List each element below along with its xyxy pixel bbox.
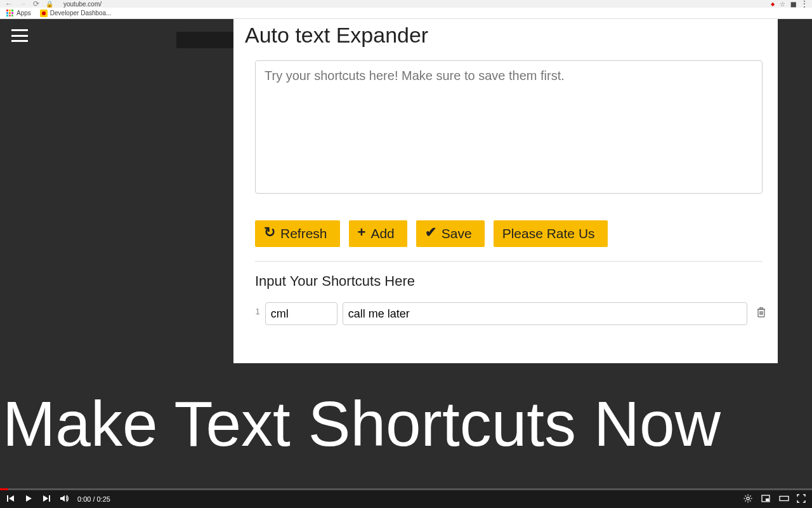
theater-icon[interactable] [779,494,788,504]
browser-menu-icon[interactable]: ⋮ [801,0,808,8]
bookmark-star-icon[interactable]: ☆ [780,1,785,8]
svg-marker-9 [43,495,48,502]
next-icon[interactable] [42,494,51,504]
url-text[interactable]: youtube.com/ [63,1,102,8]
svg-rect-22 [766,498,769,501]
refresh-button[interactable]: ↻ Refresh [255,220,340,247]
svg-line-19 [745,500,746,501]
bookmark-label: Developer Dashboa... [50,10,112,17]
row-number: 1 [252,307,260,316]
svg-rect-5 [760,307,763,309]
try-shortcuts-textarea[interactable] [255,60,763,194]
shortcut-expansion-input[interactable] [343,302,747,325]
promo-text: Make Text Shortcuts Now [0,387,812,460]
hamburger-menu-icon[interactable] [11,29,28,42]
svg-line-20 [750,496,750,497]
svg-rect-10 [49,495,50,502]
plus-icon: + [358,224,366,241]
save-button[interactable]: ✔ Save [416,220,485,247]
apps-label: Apps [16,10,31,17]
rate-label: Please Rate Us [502,226,595,241]
forward-arrow-icon: → [19,0,27,8]
divider [255,261,763,262]
shortcut-row: 1 [252,302,766,325]
play-icon[interactable] [24,494,33,504]
prev-icon[interactable] [6,494,15,504]
refresh-label: Refresh [280,226,327,241]
dark-strip [176,32,233,48]
pause-icon[interactable]: ▮▮ [790,1,796,8]
button-row: ↻ Refresh + Add ✔ Save Please Rate Us [255,220,766,247]
svg-marker-7 [9,495,14,502]
fullscreen-icon[interactable] [797,494,806,504]
svg-line-18 [750,500,750,501]
shortcuts-subheading: Input Your Shortcuts Here [255,273,766,290]
svg-rect-23 [780,497,789,501]
add-button[interactable]: + Add [349,220,407,247]
svg-line-17 [745,496,746,497]
lock-icon: 🔒 [46,1,53,8]
svg-rect-6 [7,495,8,502]
save-label: Save [442,226,472,241]
extension-icon[interactable]: ◆ [771,1,775,7]
volume-icon[interactable] [60,494,69,504]
add-label: Add [370,226,394,241]
chrome-store-icon [40,10,48,17]
apps-button[interactable]: Apps [6,10,31,17]
miniplayer-icon[interactable] [761,494,770,504]
video-player-region: Auto text Expander ↻ Refresh + Add ✔ Sav… [0,19,812,508]
svg-marker-8 [26,495,32,502]
back-arrow-icon[interactable]: ← [5,0,13,8]
apps-grid-icon [6,10,14,17]
video-controls: 0:00 / 0:25 [0,490,812,508]
browser-right-icons: ◆ ☆ ▮▮ ⋮ [771,0,808,8]
bookmark-developer-dashboard[interactable]: Developer Dashboa... [40,10,112,17]
shortcut-key-input[interactable] [265,302,337,325]
trash-icon[interactable] [756,307,766,321]
browser-toolbar: ← → ⟳ 🔒 youtube.com/ ◆ ☆ ▮▮ ⋮ [0,0,812,8]
bookmarks-bar: Apps Developer Dashboa... [0,8,812,19]
svg-marker-11 [60,495,65,502]
reload-icon[interactable]: ⟳ [33,0,39,8]
extension-popup: Auto text Expander ↻ Refresh + Add ✔ Sav… [233,19,778,363]
svg-point-12 [747,497,749,500]
refresh-icon: ↻ [264,224,275,241]
popup-title: Auto text Expander [245,23,766,48]
time-display: 0:00 / 0:25 [77,495,110,503]
settings-gear-icon[interactable] [743,494,752,504]
check-icon: ✔ [425,224,436,241]
rate-button[interactable]: Please Rate Us [494,220,608,247]
